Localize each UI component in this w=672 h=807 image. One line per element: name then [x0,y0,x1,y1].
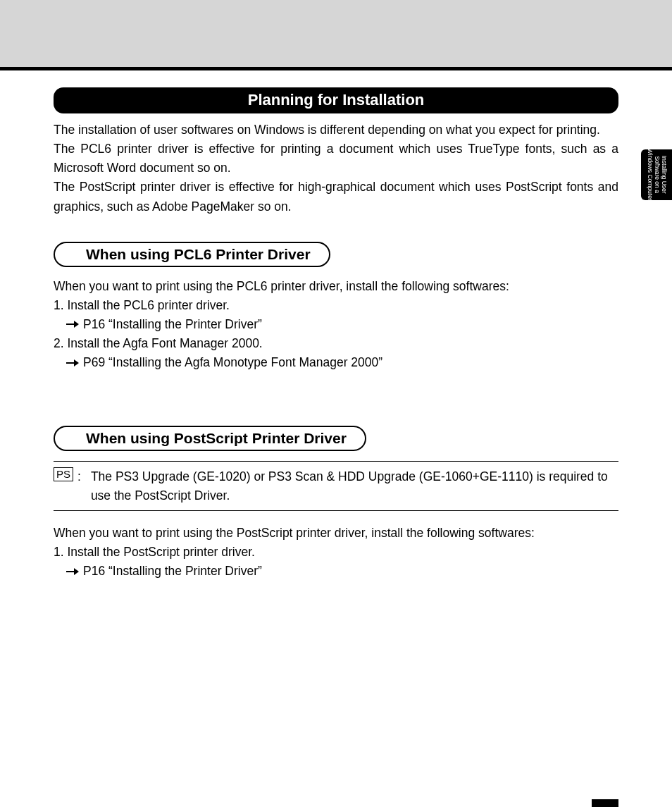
arrow-icon [66,320,79,328]
intro-p3: The PostScript printer driver is effecti… [54,178,618,216]
postscript-ref1: P16 “Installing the Printer Driver” [83,562,262,581]
pcl6-ref1: P16 “Installing the Printer Driver” [83,315,262,334]
postscript-ref1-line: P16 “Installing the Printer Driver” [66,562,618,581]
ps-note-box: PS : The PS3 Upgrade (GE-1020) or PS3 Sc… [54,461,618,511]
pcl6-step1: 1. Install the PCL6 printer driver. [54,296,618,315]
pcl6-lead: When you want to print using the PCL6 pr… [54,277,618,296]
pcl6-title: When using PCL6 Printer Driver [54,242,330,267]
arrow-icon [66,567,79,576]
main-title: Planning for Installation [54,87,618,113]
pcl6-ref1-line: P16 “Installing the Printer Driver” [66,315,618,334]
intro-p1: The installation of user softwares on Wi… [54,121,618,140]
side-tab-label: Installing User Software on a Windows Co… [646,149,666,201]
arrow-icon [66,359,79,367]
ps-colon: : [77,467,81,486]
ps-badge: PS [54,467,73,481]
side-tab: Installing User Software on a Windows Co… [641,149,672,200]
postscript-title: When using PostScript Printer Driver [54,426,366,451]
postscript-lead: When you want to print using the PostScr… [54,524,618,543]
intro-p2: The PCL6 printer driver is effective for… [54,140,618,178]
postscript-step1: 1. Install the PostScript printer driver… [54,543,618,562]
header-bar [0,0,672,70]
page-content: Installing User Software on a Windows Co… [0,70,672,807]
page-number: 15 [592,799,618,807]
ps-note-text: The PS3 Upgrade (GE-1020) or PS3 Scan & … [88,467,618,505]
pcl6-ref2: P69 “Installing the Agfa Monotype Font M… [83,353,382,372]
pcl6-step2: 2. Install the Agfa Font Manager 2000. [54,334,618,353]
pcl6-ref2-line: P69 “Installing the Agfa Monotype Font M… [66,353,618,372]
